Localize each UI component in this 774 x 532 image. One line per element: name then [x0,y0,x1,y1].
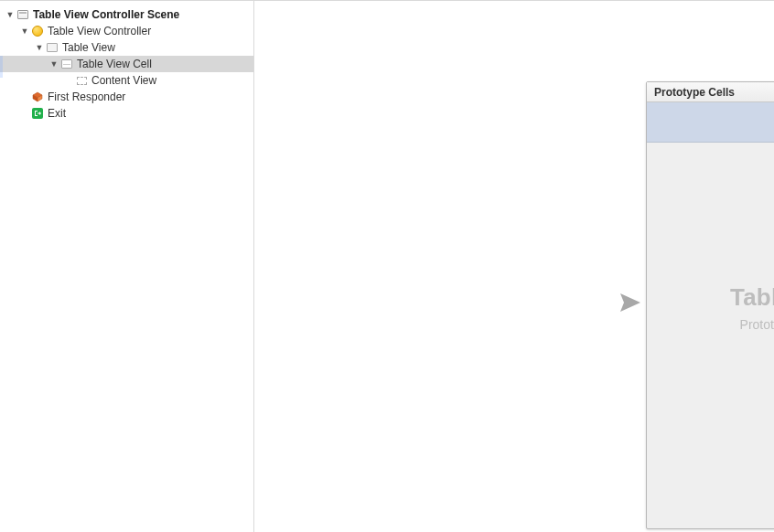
disclosure-triangle-icon[interactable]: ▼ [20,27,29,36]
scene-icon [16,8,29,21]
firstresponder-icon [31,90,44,103]
tableview-controller-canvas[interactable]: Prototype Cells Table View Prototype Con… [646,81,774,529]
outline-tableview-row[interactable]: ▼ Table View [0,39,253,56]
outline-tree: ▼ Table View Controller Scene ▼ Table Vi… [0,1,253,122]
outline-firstresponder-row[interactable]: ▼ First Responder [0,89,253,105]
outline-label: Table View Controller [48,23,151,39]
outline-label: Exit [48,105,66,122]
prototype-header-title: Prototype Cells [654,86,735,99]
outline-contentview-row[interactable]: ▼ Content View [0,72,253,89]
outline-exit-row[interactable]: ▼ Exit [0,105,253,122]
outline-label: Table View [62,39,115,56]
prototype-header: Prototype Cells [647,82,774,102]
outline-tableviewcell-row[interactable]: ▼ Table View Cell [0,56,253,72]
storyboard-canvas[interactable]: Prototype Cells Table View Prototype Con… [254,1,774,532]
outline-viewcontroller-row[interactable]: ▼ Table View Controller [0,23,253,39]
outline-scene-row[interactable]: ▼ Table View Controller Scene [0,6,253,23]
tableview-placeholder: Table View Prototype Content [647,283,774,332]
placeholder-subtitle: Prototype Content [647,317,774,332]
prototype-cell[interactable] [647,102,774,143]
segue-arrow-icon[interactable] [571,286,642,319]
app-root: ▼ Table View Controller Scene ▼ Table Vi… [0,0,774,532]
contentview-icon [75,74,88,87]
disclosure-triangle-icon[interactable]: ▼ [5,10,15,19]
outline-label: Table View Cell [77,56,152,72]
placeholder-title: Table View [647,283,774,312]
outline-label: First Responder [48,89,125,105]
viewcontroller-icon [31,25,44,37]
scene-title: Table View Controller Scene [33,6,179,23]
tableview-icon [46,41,59,54]
document-outline[interactable]: ▼ Table View Controller Scene ▼ Table Vi… [0,1,254,532]
outline-label: Content View [91,72,156,89]
disclosure-triangle-icon[interactable]: ▼ [49,59,59,69]
cell-icon [60,58,73,70]
exit-icon [31,107,44,120]
disclosure-triangle-icon[interactable]: ▼ [35,43,44,52]
